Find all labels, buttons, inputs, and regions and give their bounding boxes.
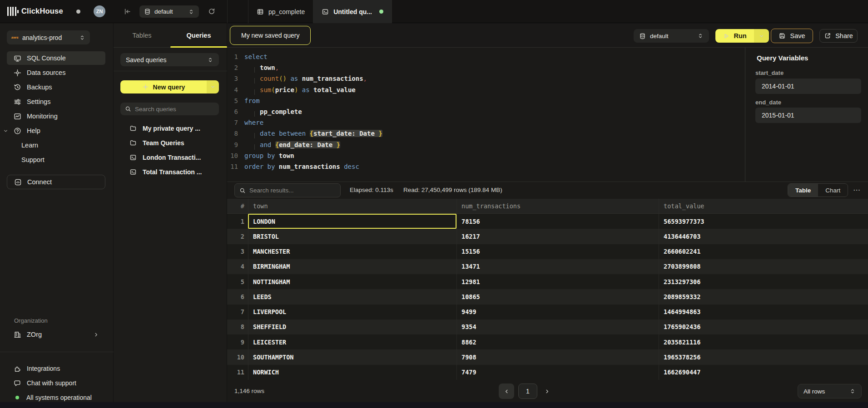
table-cell[interactable]: 2703899808 [659,259,868,274]
table-cell[interactable]: 16217 [456,229,659,244]
table-cell[interactable]: NORWICH [248,365,456,380]
query-variable-chip[interactable]: {start_date: Date } [310,130,382,137]
table-cell[interactable]: 15156 [456,244,659,259]
table-cell[interactable]: 7479 [456,365,659,380]
sidebar-item-help[interactable]: Help [7,124,105,138]
avatar[interactable]: ZN [94,5,105,17]
new-query-dropdown[interactable] [207,80,219,93]
table-cell[interactable]: 13471 [456,259,659,274]
sql-editor[interactable]: 1select2town,3count() as num_transaction… [227,48,745,182]
sidebar-item-sql-console[interactable]: SQL Console [7,51,105,65]
table-cell[interactable]: LONDON [248,214,456,229]
code-line-4[interactable]: 4sum(price) as total_value [227,84,745,95]
new-tab-plus-icon[interactable] [392,0,409,23]
home-icon[interactable] [228,0,248,23]
table-cell[interactable]: 2089859332 [659,289,868,304]
tab-untitled-qu[interactable]: Untitled qu... [313,0,392,23]
code-line-7[interactable]: 7where [227,117,745,128]
code-line-6[interactable]: 6pp_complete [227,106,745,117]
column-header-num-transactions[interactable]: num_transactions [456,199,659,213]
table-cell[interactable]: 56593977373 [659,214,868,229]
sidebar-item-data-sources[interactable]: Data sources [7,66,105,79]
table-cell[interactable]: 7908 [456,349,659,364]
sidebar-item-support[interactable]: Support [7,153,105,167]
sidebar-item-backups[interactable]: Backups [7,80,105,94]
table-cell[interactable]: 4136446703 [659,229,868,244]
code-line-9[interactable]: 9and {end_date: Date } [227,139,745,150]
saved-query-tab[interactable]: My new saved query [230,26,311,45]
collapse-sidebar-icon[interactable] [124,8,131,15]
page-size-selector[interactable]: All rows [798,384,862,398]
column-header-total-value[interactable]: total_value [659,199,868,213]
table-cell[interactable]: 9354 [456,320,659,334]
column-header-town[interactable]: town [248,199,456,213]
run-options-dropdown[interactable] [754,29,769,43]
organization-item[interactable]: ZOrg [7,328,105,341]
code-line-2[interactable]: 2town, [227,62,745,73]
table-cell[interactable]: 2313297306 [659,274,868,289]
saved-query-team-queries[interactable]: Team Queries [120,136,219,150]
table-cell[interactable]: 8862 [456,334,659,349]
code-line-11[interactable]: 11order by num_transactions desc [227,161,745,172]
table-cell[interactable]: BRISTOL [248,229,456,244]
share-button[interactable]: Share [819,29,858,43]
table-cell[interactable]: 1765902436 [659,320,868,334]
sidebar-item-monitoring[interactable]: Monitoring [7,109,105,123]
code-line-1[interactable]: 1select [227,51,745,62]
table-cell[interactable]: 78156 [456,214,659,229]
table-cell[interactable]: 2660602241 [659,244,868,259]
save-button[interactable]: Save [771,29,813,43]
code-line-8[interactable]: 8date between {start_date: Date } [227,128,745,139]
tab-queries[interactable]: Queries [170,23,227,47]
table-cell[interactable]: LEICESTER [248,334,456,349]
start-date-input[interactable]: 2014-01-01 [755,79,861,94]
table-cell[interactable]: 2035821116 [659,334,868,349]
prev-page-button[interactable] [499,383,514,399]
table-cell[interactable]: 12981 [456,274,659,289]
code-line-3[interactable]: 3count() as num_transactions, [227,73,745,84]
table-cell[interactable]: 9499 [456,305,659,320]
sidebar-item-learn[interactable]: Learn [7,138,105,152]
table-cell[interactable]: SHEFFIELD [248,320,456,334]
workspace-selector[interactable]: aws analytics-prod [7,30,90,44]
query-variable-chip[interactable]: {end_date: Date } [275,141,340,148]
table-cell[interactable]: NOTTINGHAM [248,274,456,289]
current-page[interactable]: 1 [518,383,537,399]
notification-dot-icon[interactable] [76,10,80,14]
saved-query-london-transacti[interactable]: London Transacti... [120,150,219,165]
view-toggle-chart[interactable]: Chart [818,184,848,197]
code-line-10[interactable]: 10group by town [227,150,745,161]
table-cell[interactable]: 10865 [456,289,659,304]
connect-button[interactable]: Connect [7,175,105,189]
tab-pp-complete[interactable]: pp_complete [248,0,313,23]
saved-query-my-private-query[interactable]: My private query ... [120,121,219,136]
table-cell[interactable]: 1464994863 [659,305,868,320]
results-more-menu-icon[interactable]: ⋯ [853,186,861,194]
table-cell[interactable]: LEEDS [248,289,456,304]
saved-query-total-transaction[interactable]: Total Transaction ... [120,165,219,179]
table-cell[interactable]: BIRMINGHAM [248,259,456,274]
database-selector[interactable]: default [139,5,199,18]
column-header-row-number[interactable]: # [227,199,248,213]
refresh-icon[interactable] [208,8,215,15]
table-cell[interactable]: 1965378256 [659,349,868,364]
elapsed-stat: Elapsed: 0.113s [350,187,393,193]
table-cell[interactable]: SOUTHAMPTON [248,349,456,364]
search-queries-input[interactable]: Search queries [120,103,219,115]
sidebar-item-settings[interactable]: Settings [7,95,105,108]
saved-queries-scope-selector[interactable]: Saved queries [120,53,219,66]
search-results-input[interactable]: Search results... [234,183,341,197]
run-button[interactable]: Run [715,29,754,43]
table-cell[interactable]: 1662690447 [659,365,868,380]
code-line-5[interactable]: 5from [227,95,745,106]
sidebar-item-integrations[interactable]: Integrations [7,362,105,375]
tab-tables[interactable]: Tables [114,23,170,47]
next-page-button[interactable] [541,383,552,399]
new-query-button[interactable]: New query [120,80,219,93]
sidebar-item-chat-with-support[interactable]: Chat with support [7,376,105,390]
end-date-input[interactable]: 2015-01-01 [755,108,861,123]
editor-database-selector[interactable]: default [634,29,709,43]
view-toggle-table[interactable]: Table [788,184,818,197]
table-cell[interactable]: MANCHESTER [248,244,456,259]
table-cell[interactable]: LIVERPOOL [248,305,456,320]
